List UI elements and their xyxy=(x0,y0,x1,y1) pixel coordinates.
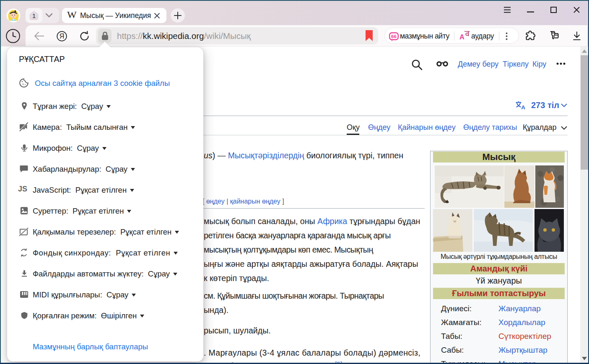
svg-text:66: 66 xyxy=(391,34,397,39)
svg-text:A: A xyxy=(521,104,525,110)
svg-text:Я: Я xyxy=(60,33,65,40)
svg-text:1: 1 xyxy=(32,12,36,19)
